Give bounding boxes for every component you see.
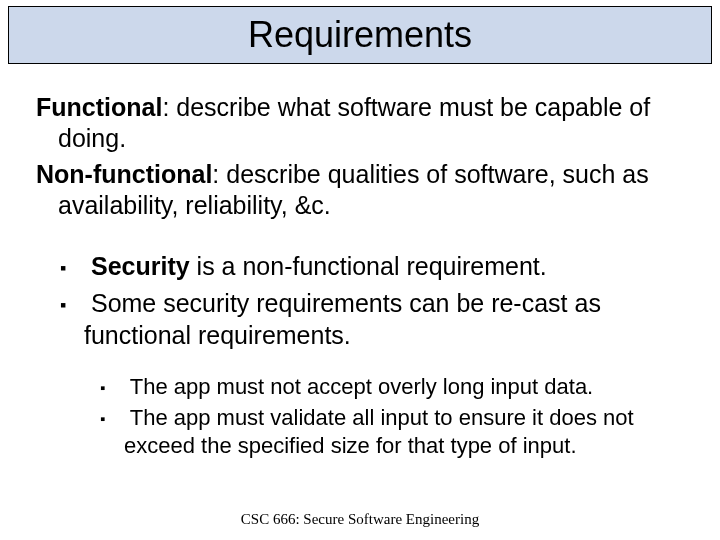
title-box: Requirements: [8, 6, 712, 64]
subbullet-long-input-text: The app must not accept overly long inpu…: [130, 374, 594, 399]
bullet-security: Security is a non-functional requirement…: [36, 251, 686, 282]
bullet-security-rest: is a non-functional requirement.: [190, 252, 547, 280]
def-nonfunctional: Non-functional: describe qualities of so…: [36, 159, 686, 222]
spacer: [36, 225, 686, 251]
bullet-recast: Some security requirements can be re-cas…: [36, 288, 686, 351]
def-functional-label: Functional: [36, 93, 162, 121]
bullet-recast-text: Some security requirements can be re-cas…: [84, 289, 601, 348]
slide-footer: CSC 666: Secure Software Engineering: [0, 511, 720, 528]
slide-body: Functional: describe what software must …: [36, 92, 686, 463]
bullet-security-bold: Security: [91, 252, 190, 280]
slide: Requirements Functional: describe what s…: [0, 0, 720, 540]
subbullet-long-input: The app must not accept overly long inpu…: [36, 373, 686, 401]
subbullet-validate: The app must validate all input to ensur…: [36, 404, 686, 459]
subbullet-validate-text: The app must validate all input to ensur…: [124, 405, 634, 458]
def-functional: Functional: describe what software must …: [36, 92, 686, 155]
spacer-small: [36, 357, 686, 373]
def-nonfunctional-label: Non-functional: [36, 160, 212, 188]
slide-title: Requirements: [248, 14, 472, 56]
